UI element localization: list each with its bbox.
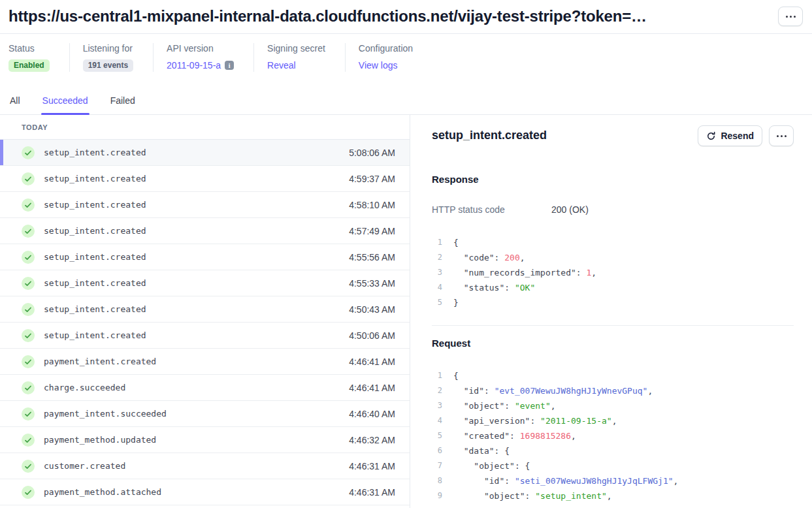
request-section-heading: Request [432, 338, 794, 349]
code-line: 2 "code": 200, [432, 250, 794, 265]
line-number: 8 [432, 473, 442, 488]
webhook-endpoint-page: https://us-central1-mixpanel-internal-da… [0, 0, 812, 508]
meta-value: View logs [359, 59, 413, 72]
event-time: 4:46:40 AM [349, 409, 395, 419]
http-status-row: HTTP status code 200 (OK) [432, 204, 794, 215]
success-check-icon [22, 381, 35, 394]
event-detail-pane: setup_intent.created Resend [410, 115, 812, 508]
meta-link-2011-09-15-a[interactable]: 2011-09-15-a [167, 60, 221, 71]
success-check-icon [22, 407, 35, 421]
event-row[interactable]: setup_intent.created4:55:33 AM [0, 270, 410, 296]
meta-label: Status [8, 43, 50, 54]
event-name: payment_method.attached [44, 487, 161, 497]
line-number: 2 [432, 383, 442, 398]
tab-failed[interactable]: Failed [109, 90, 137, 114]
event-name: payment_intent.succeeded [44, 409, 167, 419]
meta-link-view-logs[interactable]: View logs [359, 60, 398, 71]
meta-value: 191 events [83, 59, 133, 72]
event-row[interactable]: setup_intent.created5:08:06 AM [0, 140, 410, 166]
detail-more-button[interactable] [769, 125, 794, 146]
code-text: "object": "event", [453, 398, 556, 413]
status-badge: Enabled [8, 59, 50, 72]
event-row[interactable]: charge.succeeded4:46:41 AM [0, 375, 410, 401]
code-text: { [453, 235, 459, 250]
page-more-button[interactable] [778, 7, 803, 26]
line-number: 6 [432, 443, 442, 458]
event-name: setup_intent.created [44, 200, 146, 210]
line-number: 9 [432, 488, 442, 503]
line-number: 2 [432, 250, 442, 265]
success-check-icon [22, 146, 35, 159]
meta-col-status: StatusEnabled [8, 43, 69, 72]
success-check-icon [22, 277, 35, 290]
event-row[interactable]: payment_method.updated4:46:32 AM [0, 427, 410, 453]
detail-header: setup_intent.created Resend [432, 125, 794, 146]
code-text: { [453, 368, 459, 383]
event-row[interactable]: payment_intent.succeeded4:46:40 AM [0, 401, 410, 427]
event-list: setup_intent.created5:08:06 AMsetup_inte… [0, 140, 410, 505]
event-time: 4:50:43 AM [349, 304, 395, 315]
event-row[interactable]: customer.created4:46:31 AM [0, 453, 410, 479]
code-line: 5} [432, 295, 794, 310]
meta-label: Listening for [83, 43, 133, 54]
event-row[interactable]: setup_intent.created4:50:43 AM [0, 296, 410, 323]
code-text: "status": "OK" [453, 280, 535, 295]
code-text: "num_records_imported": 1, [453, 265, 596, 280]
success-check-icon [22, 198, 35, 212]
page-header: https://us-central1-mixpanel-internal-da… [0, 0, 812, 34]
event-name: customer.created [44, 461, 125, 471]
detail-actions: Resend [698, 125, 794, 146]
meta-value: Enabled [8, 59, 50, 72]
code-line: 1{ [432, 368, 794, 383]
response-section-heading: Response [432, 174, 794, 185]
detail-event-title: setup_intent.created [432, 129, 547, 142]
event-row[interactable]: payment_intent.created4:46:41 AM [0, 349, 410, 375]
meta-value: 2011-09-15-ai [167, 59, 234, 72]
success-check-icon [22, 251, 35, 264]
ellipsis-icon [777, 135, 787, 137]
code-line: 3 "object": "event", [432, 398, 794, 413]
tab-succeeded[interactable]: Succeeded [41, 90, 89, 114]
code-line: 4 "api_version": "2011-09-15-a", [432, 413, 794, 428]
event-row[interactable]: payment_method.attached4:46:31 AM [0, 479, 410, 505]
meta-col-api-version: API version2011-09-15-ai [153, 43, 253, 72]
meta-link-reveal[interactable]: Reveal [267, 60, 296, 71]
request-code-block: 1{2 "id": "evt_007WewuJW8hgHJ1yWnevGPuq"… [432, 368, 794, 503]
event-time: 4:57:49 AM [349, 226, 395, 236]
code-line: 5 "created": 1698815286, [432, 428, 794, 443]
event-time: 4:46:41 AM [349, 383, 395, 393]
meta-label: Signing secret [267, 43, 325, 54]
event-row[interactable]: setup_intent.created4:50:06 AM [0, 323, 410, 349]
code-text: "code": 200, [453, 250, 525, 265]
line-number: 3 [432, 398, 442, 413]
ellipsis-icon [786, 16, 796, 18]
endpoint-meta-row: StatusEnabledListening for191 eventsAPI … [0, 34, 812, 85]
code-line: 4 "status": "OK" [432, 280, 794, 295]
event-row[interactable]: setup_intent.created4:59:37 AM [0, 166, 410, 192]
line-number: 4 [432, 413, 442, 428]
code-text: } [453, 295, 459, 310]
event-time: 4:50:06 AM [349, 330, 395, 341]
event-row[interactable]: setup_intent.created4:58:10 AM [0, 192, 410, 218]
success-check-icon [22, 434, 35, 447]
success-check-icon [22, 486, 35, 499]
endpoint-url-title: https://us-central1-mixpanel-internal-da… [8, 7, 768, 25]
meta-label: API version [167, 43, 234, 54]
success-check-icon [22, 329, 35, 342]
event-name: setup_intent.created [44, 174, 146, 183]
resend-button[interactable]: Resend [698, 125, 762, 146]
code-text: "data": { [453, 443, 510, 458]
event-row[interactable]: setup_intent.created4:55:56 AM [0, 244, 410, 270]
meta-value: Reveal [267, 59, 325, 72]
event-name: setup_intent.created [44, 226, 146, 236]
event-name: charge.succeeded [44, 383, 125, 392]
code-text: "object": "setup_intent", [453, 488, 612, 503]
code-text: "id": "seti_007WewuJW8hgHJ1yJqLFWGj1", [453, 473, 678, 488]
success-check-icon [22, 460, 35, 473]
event-name: setup_intent.created [44, 252, 146, 262]
line-number: 5 [432, 428, 442, 443]
tab-all[interactable]: All [8, 90, 22, 114]
event-row[interactable]: setup_intent.created4:57:49 AM [0, 218, 410, 244]
code-line: 3 "num_records_imported": 1, [432, 265, 794, 280]
meta-col-signing-secret: Signing secretReveal [253, 43, 345, 72]
